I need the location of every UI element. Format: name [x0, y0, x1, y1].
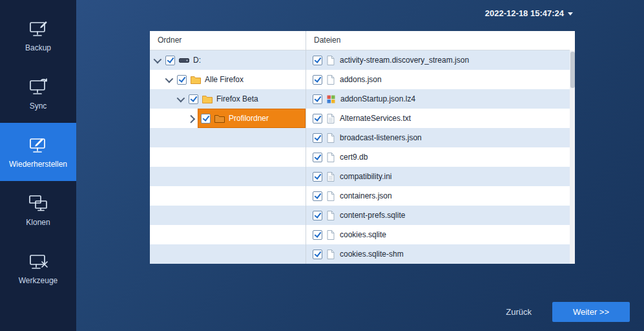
folders-column: Ordner D:	[150, 31, 306, 264]
file-row[interactable]: cert9.db	[306, 147, 570, 167]
app-window: Backup Sync Wiederherstellen	[0, 0, 644, 331]
sidebar-item-label: Klonen	[26, 218, 50, 227]
timestamp-dropdown[interactable]: 2022-12-18 15:47:24	[485, 8, 573, 18]
folder-tree: D: Alle Firefox	[150, 50, 306, 264]
sidebar-item-wiederherstellen[interactable]: Wiederherstellen	[0, 123, 76, 181]
file-row[interactable]: addonStartup.json.lz4	[306, 89, 570, 109]
file-name: broadcast-listeners.json	[340, 133, 422, 142]
tree-row-profilordner[interactable]: Profilordner	[150, 109, 306, 128]
file-name: addons.json	[340, 75, 382, 84]
sidebar-item-klonen[interactable]: Klonen	[0, 181, 76, 239]
sidebar-item-label: Werkzeuge	[19, 276, 57, 285]
checkbox-checked-icon[interactable]	[313, 191, 322, 201]
sidebar-item-label: Wiederherstellen	[9, 160, 67, 169]
mosaic-file-icon	[327, 95, 335, 103]
file-row[interactable]: addons.json	[306, 70, 570, 89]
selected-tree-item[interactable]: Profilordner	[198, 109, 306, 128]
file-name: containers.json	[340, 191, 392, 200]
file-name: cookies.sqlite-shm	[340, 250, 404, 259]
sidebar-item-label: Backup	[25, 43, 51, 52]
checkbox-checked-icon[interactable]	[313, 75, 322, 85]
file-row[interactable]: compatibility.ini	[306, 167, 570, 186]
sidebar-item-sync[interactable]: Sync	[0, 65, 76, 123]
checkbox-checked-icon[interactable]	[313, 172, 322, 182]
file-name: cookies.sqlite	[340, 230, 386, 239]
tools-icon	[27, 251, 49, 271]
folders-header: Ordner	[150, 31, 306, 50]
folder-icon	[191, 76, 201, 84]
checkbox-checked-icon[interactable]	[313, 133, 322, 143]
file-row[interactable]: containers.json	[306, 186, 570, 206]
file-name: activity-stream.discovery_stream.json	[340, 56, 469, 65]
checkbox-checked-icon[interactable]	[189, 94, 198, 104]
file-lines-icon	[327, 172, 335, 182]
checkbox-checked-icon[interactable]	[313, 114, 322, 123]
back-button[interactable]: Zurück	[502, 306, 535, 317]
checkbox-checked-icon[interactable]	[177, 75, 187, 85]
restore-icon	[27, 135, 49, 155]
sidebar-item-backup[interactable]: Backup	[0, 6, 76, 65]
empty-row	[150, 128, 306, 147]
tree-row-alle-firefox[interactable]: Alle Firefox	[150, 70, 306, 89]
file-icon	[327, 250, 335, 259]
drive-icon	[179, 57, 189, 64]
chevron-down-icon[interactable]	[177, 94, 185, 102]
sidebar-item-label: Sync	[30, 101, 47, 111]
checkbox-checked-icon[interactable]	[313, 56, 322, 65]
file-browser-panel: Ordner D:	[150, 31, 575, 264]
tree-label: D:	[193, 56, 201, 65]
file-lines-icon	[327, 114, 335, 123]
next-button[interactable]: Weiter >>	[552, 302, 630, 322]
tree-label: Profilordner	[229, 114, 269, 123]
file-icon	[327, 211, 335, 220]
chevron-down-icon[interactable]	[165, 74, 174, 83]
checkbox-checked-icon[interactable]	[313, 230, 322, 240]
checkbox-checked-icon[interactable]	[313, 94, 322, 104]
checkbox-checked-icon[interactable]	[201, 114, 211, 123]
file-row[interactable]: cookies.sqlite	[306, 225, 570, 244]
tree-row-drive-d[interactable]: D:	[150, 50, 306, 70]
sidebar: Backup Sync Wiederherstellen	[0, 0, 76, 331]
checkbox-checked-icon[interactable]	[313, 153, 322, 162]
checkbox-checked-icon[interactable]	[313, 250, 322, 259]
tree-label: Alle Firefox	[205, 75, 244, 84]
empty-row	[150, 225, 306, 244]
sync-icon	[27, 77, 49, 96]
tree-row-firefox-beta[interactable]: Firefox Beta	[150, 89, 306, 109]
file-row[interactable]: broadcast-listeners.json	[306, 128, 570, 147]
file-icon	[327, 153, 335, 162]
backup-icon	[27, 19, 49, 38]
clone-icon	[27, 193, 49, 213]
files-header: Dateien	[306, 31, 570, 50]
file-icon	[327, 191, 335, 201]
file-icon	[327, 133, 335, 143]
scrollbar-thumb[interactable]	[570, 52, 575, 88]
footer: Zurück Weiter >>	[502, 302, 630, 322]
empty-row	[150, 244, 306, 264]
caret-down-icon	[568, 12, 573, 16]
chevron-down-icon[interactable]	[154, 55, 162, 63]
empty-row	[150, 206, 306, 225]
files-scrollbar[interactable]	[570, 31, 575, 264]
sidebar-item-werkzeuge[interactable]: Werkzeuge	[0, 239, 76, 297]
scrollbar-track[interactable]	[570, 50, 575, 264]
file-list: activity-stream.discovery_stream.json ad…	[306, 50, 570, 264]
empty-row	[150, 186, 306, 206]
file-name: content-prefs.sqlite	[340, 211, 405, 220]
file-row[interactable]: AlternateServices.txt	[306, 109, 570, 128]
chevron-right-icon[interactable]	[187, 114, 195, 123]
folder-icon	[214, 114, 225, 123]
folder-icon	[202, 95, 213, 103]
files-column: Dateien activity-stream.discovery_stream…	[306, 31, 570, 264]
empty-row	[150, 147, 306, 167]
checkbox-checked-icon[interactable]	[165, 56, 175, 65]
timestamp-text: 2022-12-18 15:47:24	[485, 8, 564, 18]
checkbox-checked-icon[interactable]	[313, 211, 322, 220]
file-name: addonStartup.json.lz4	[340, 94, 415, 103]
file-icon	[327, 75, 335, 85]
file-name: AlternateServices.txt	[340, 114, 411, 123]
tree-label: Firefox Beta	[216, 94, 258, 103]
file-row[interactable]: cookies.sqlite-shm	[306, 244, 570, 264]
file-row[interactable]: content-prefs.sqlite	[306, 206, 570, 225]
file-row[interactable]: activity-stream.discovery_stream.json	[306, 50, 570, 70]
